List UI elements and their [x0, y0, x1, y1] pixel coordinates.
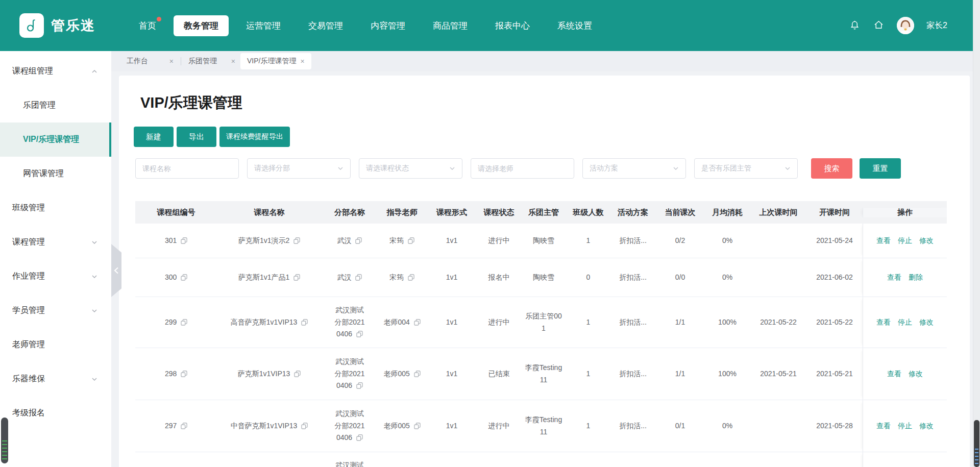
reset-button[interactable]: 重置	[860, 158, 901, 179]
copy-icon[interactable]	[414, 423, 421, 429]
brand[interactable]: 管乐迷	[19, 13, 95, 38]
row-action-修改[interactable]: 修改	[909, 370, 923, 379]
nav-item-内容管理[interactable]: 内容管理	[360, 15, 415, 36]
copy-icon[interactable]	[181, 274, 187, 281]
row-action-停止[interactable]: 停止	[898, 236, 912, 245]
copy-icon[interactable]	[293, 274, 300, 281]
page-scrollbar-thumb[interactable]	[974, 420, 979, 467]
bell-icon[interactable]	[849, 19, 861, 33]
cell-操作: 查看停止修改	[863, 297, 947, 348]
tab-工作台[interactable]: 工作台×	[121, 51, 179, 71]
copy-icon[interactable]	[355, 237, 362, 244]
nav-item-交易管理[interactable]: 交易管理	[298, 15, 353, 36]
nav-item-商品管理[interactable]: 商品管理	[423, 15, 478, 36]
tab-乐团管理[interactable]: 乐团管理×	[183, 51, 240, 71]
cell-活动方案: 折扣活...	[610, 224, 656, 258]
user-name[interactable]: 家长2	[926, 20, 947, 31]
copy-icon[interactable]	[356, 434, 363, 441]
row-action-停止[interactable]: 停止	[898, 422, 912, 431]
cell-课程组编号: 297	[135, 400, 217, 452]
copy-icon[interactable]	[181, 237, 187, 244]
cell-活动方案: 折扣活...	[610, 258, 656, 297]
row-action-查看[interactable]: 查看	[887, 273, 901, 282]
sidebar-item-老师管理[interactable]: 老师管理	[0, 328, 111, 362]
avatar[interactable]	[897, 17, 914, 34]
column-header-课程组编号: 课程组编号	[135, 208, 217, 217]
search-button[interactable]: 搜索	[811, 158, 852, 179]
action-button-导出[interactable]: 导出	[177, 127, 216, 147]
tab-VIP/乐理课管理[interactable]: VIP/乐理课管理×	[240, 53, 311, 69]
row-action-查看[interactable]: 查看	[876, 422, 891, 431]
page-actions: 新建导出课程续费提醒导出	[134, 127, 970, 147]
row-action-查看[interactable]: 查看	[876, 236, 891, 245]
home-icon[interactable]	[873, 19, 885, 33]
column-header-活动方案: 活动方案	[610, 208, 656, 217]
copy-icon[interactable]	[181, 319, 187, 326]
sidebar-item-乐器维保[interactable]: 乐器维保	[0, 362, 111, 396]
tab-close-icon[interactable]: ×	[231, 57, 235, 65]
sidebar-item-VIP/乐理课管理[interactable]: VIP/乐理课管理	[0, 122, 111, 157]
nav-item-报表中心[interactable]: 报表中心	[485, 15, 540, 36]
copy-icon[interactable]	[356, 331, 363, 337]
tab-close-icon[interactable]: ×	[169, 57, 174, 65]
sidebar-item-班级管理[interactable]: 班级管理	[0, 191, 111, 225]
copy-icon[interactable]	[301, 319, 308, 326]
filter-select-请选择分部[interactable]: 请选择分部	[247, 158, 351, 179]
page-scrollbar-track[interactable]	[973, 0, 980, 467]
copy-icon[interactable]	[355, 274, 362, 281]
row-action-查看[interactable]: 查看	[887, 370, 901, 379]
copy-icon[interactable]	[293, 237, 300, 244]
cell-value: 100%	[718, 368, 737, 380]
tab-close-icon[interactable]: ×	[300, 57, 304, 65]
copy-icon[interactable]	[301, 423, 308, 429]
cell-乐团主管: 乐团主管001	[521, 297, 567, 348]
cell-value: 1	[586, 316, 591, 329]
cell-开课时间: 2021-05-21	[806, 348, 863, 400]
nav-item-教务管理[interactable]: 教务管理	[174, 15, 229, 36]
nav-item-系统设置[interactable]: 系统设置	[547, 15, 602, 36]
sidebar-item-课程管理[interactable]: 课程管理	[0, 225, 111, 259]
filter-select-请选课程状态[interactable]: 请选课程状态	[359, 158, 462, 179]
copy-icon[interactable]	[181, 371, 187, 377]
action-button-新建[interactable]: 新建	[134, 127, 174, 147]
sidebar-item-学员管理[interactable]: 学员管理	[0, 293, 111, 328]
copy-icon[interactable]	[356, 382, 363, 389]
nav-item-首页[interactable]: 首页	[129, 15, 166, 36]
action-button-课程续费提醒导出[interactable]: 课程续费提醒导出	[219, 127, 290, 147]
copy-icon[interactable]	[414, 371, 421, 377]
copy-icon[interactable]	[294, 371, 301, 377]
row-action-停止[interactable]: 停止	[898, 318, 912, 327]
copy-icon[interactable]	[181, 423, 187, 429]
cell-value: 李霞Testing11	[524, 362, 564, 386]
cell-value: 宋筠	[389, 235, 414, 247]
sidebar-item-考级报名[interactable]: 考级报名	[0, 396, 111, 430]
filter-input-课程名称[interactable]	[135, 158, 239, 179]
row-action-查看[interactable]: 查看	[876, 318, 891, 327]
filter-text-input[interactable]	[142, 164, 232, 173]
copy-icon[interactable]	[414, 319, 421, 326]
filter-input-请选择老师[interactable]	[471, 158, 574, 179]
cell-月均消耗: 0%	[704, 400, 750, 452]
copy-icon[interactable]	[408, 237, 414, 244]
filter-select-是否有乐团主管[interactable]: 是否有乐团主管	[694, 158, 798, 179]
filter-text-input[interactable]	[478, 164, 567, 173]
sidebar-item-乐团管理[interactable]: 乐团管理	[0, 88, 111, 122]
row-action-修改[interactable]: 修改	[919, 318, 934, 327]
row-action-修改[interactable]: 修改	[919, 236, 934, 245]
sidebar-item-课程组管理[interactable]: 课程组管理	[0, 54, 111, 88]
row-action-删除[interactable]: 删除	[909, 273, 923, 282]
cell-value: 武汉	[337, 235, 362, 247]
cell-value: 0%	[722, 235, 732, 247]
nav-item-运营管理[interactable]: 运营管理	[236, 15, 291, 36]
sidebar-item-作业管理[interactable]: 作业管理	[0, 259, 111, 293]
filter-select-活动方案[interactable]: 活动方案	[582, 158, 686, 179]
sidebar-scrollbar-thumb[interactable]	[1, 417, 8, 463]
copy-icon[interactable]	[408, 274, 414, 281]
sidebar-item-label: 乐团管理	[23, 100, 56, 111]
column-header-当前课次: 当前课次	[656, 208, 704, 217]
sidebar-collapse-handle[interactable]	[111, 244, 121, 297]
cell-当前课次: 1/1	[656, 452, 704, 467]
row-action-修改[interactable]: 修改	[919, 422, 934, 431]
sidebar-item-网管课管理[interactable]: 网管课管理	[0, 157, 111, 191]
sidebar-item-label: VIP/乐理课管理	[23, 134, 79, 145]
